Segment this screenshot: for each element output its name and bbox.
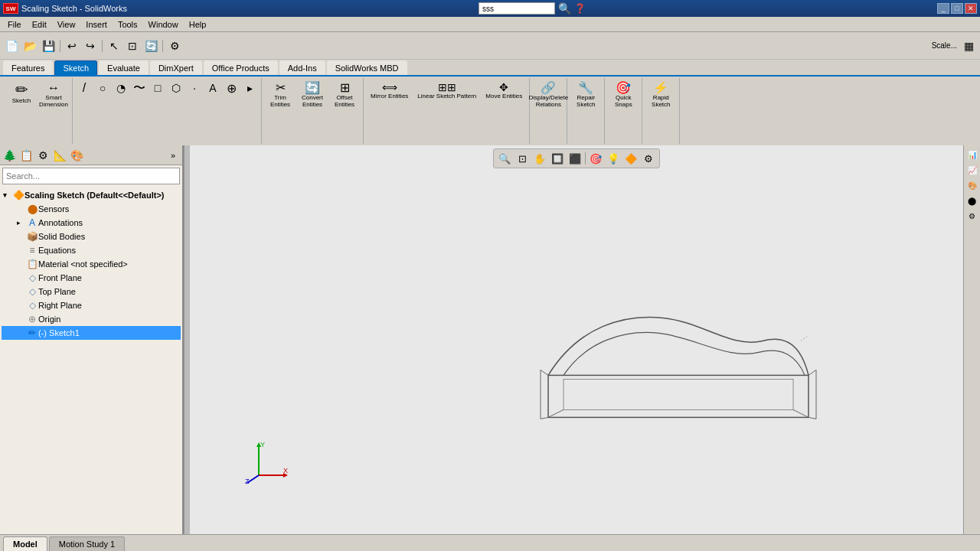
right-color-btn[interactable]: 🎨 xyxy=(965,178,979,192)
tree-top-plane[interactable]: ◇ Top Plane xyxy=(2,285,181,298)
zoom-fit-btn[interactable]: ⊡ xyxy=(124,37,141,54)
centerline-btn[interactable]: ⊕ xyxy=(223,80,240,96)
zoom-in-btn[interactable]: 🔍 xyxy=(497,151,512,166)
motion-study-tab[interactable]: Motion Study 1 xyxy=(49,536,125,551)
rotate-view-btn[interactable]: 🔲 xyxy=(550,151,565,166)
relations-label: Display/DeleteRelations xyxy=(529,95,569,109)
tree-annotations[interactable]: ▸ A Annotations xyxy=(2,216,181,230)
tree-front-plane[interactable]: ◇ Front Plane xyxy=(2,271,181,285)
point-btn[interactable]: · xyxy=(186,80,203,96)
quick-snaps-button[interactable]: 🎯 QuickSnaps xyxy=(608,80,639,142)
trim-entities-button[interactable]: ✂ TrimEntities xyxy=(265,80,296,142)
convert-entities-button[interactable]: 🔄 ConvertEntities xyxy=(297,80,328,142)
tree-root[interactable]: ▾ 🔶 Scaling Sketch (Default<<Default>) xyxy=(2,188,181,202)
tab-addins[interactable]: Add-Ins xyxy=(279,60,325,75)
open-btn[interactable]: 📂 xyxy=(21,37,38,54)
help-icon[interactable]: ❓ xyxy=(574,3,586,14)
right-circle-btn[interactable]: ⬤ xyxy=(965,194,979,207)
search-icon[interactable]: 🔍 xyxy=(558,2,571,15)
rect-btn[interactable]: □ xyxy=(149,80,166,96)
circle-btn[interactable]: ○ xyxy=(94,80,111,96)
display-style-btn[interactable]: 💡 xyxy=(606,151,621,166)
more-btn[interactable]: ▸ xyxy=(241,80,258,96)
svg-line-4 xyxy=(808,370,816,375)
menu-window[interactable]: Window xyxy=(144,18,183,31)
separator1 xyxy=(60,40,60,52)
save-btn[interactable]: 💾 xyxy=(40,37,57,54)
scene-btn[interactable]: ⚙ xyxy=(641,151,656,166)
rapid-group-icons: ⚡ RapidSketch xyxy=(645,80,676,142)
options-btn[interactable]: ⚙ xyxy=(166,37,183,54)
collapse-panel-btn[interactable]: » xyxy=(165,148,181,163)
text-btn[interactable]: A xyxy=(204,80,221,96)
pan-btn[interactable]: ✋ xyxy=(532,151,547,166)
repair-sketch-button[interactable]: 🔧 RepairSketch xyxy=(570,80,601,142)
select-btn[interactable]: ↖ xyxy=(106,37,122,54)
tree-sketch1[interactable]: ✏ (-) Sketch1 xyxy=(2,326,181,340)
viewport-canvas[interactable]: 🔍 ⊡ ✋ 🔲 ⬛ 🎯 💡 🔶 ⚙ xyxy=(190,145,963,534)
display-delete-relations-button[interactable]: 🔗 Display/DeleteRelations xyxy=(533,80,564,142)
menu-file[interactable]: File xyxy=(3,18,26,31)
arc-btn[interactable]: ◔ xyxy=(113,80,129,96)
tree-sensors[interactable]: ⬤ Sensors xyxy=(2,202,181,216)
dim-manager-btn[interactable]: 📐 xyxy=(52,148,67,163)
menu-view[interactable]: View xyxy=(53,18,80,31)
offset-entities-button[interactable]: ⊞ OffsetEntities xyxy=(329,80,360,142)
tree-material[interactable]: 📋 Material <not specified> xyxy=(2,257,181,271)
material-arrow xyxy=(17,260,26,268)
menu-help[interactable]: Help xyxy=(185,18,211,31)
tab-features[interactable]: Features xyxy=(3,60,53,75)
rapid-sketch-button[interactable]: ⚡ RapidSketch xyxy=(645,80,676,142)
zoom-to-fit-btn[interactable]: ⊡ xyxy=(514,151,530,166)
offset-icon: ⊞ xyxy=(340,82,350,94)
panel-resize-handle[interactable] xyxy=(184,145,190,534)
repair-icon: 🔧 xyxy=(578,82,593,94)
maximize-button[interactable]: □ xyxy=(951,3,963,14)
sensors-arrow xyxy=(17,205,26,213)
svg-text:Y: Y xyxy=(260,441,265,448)
tree-solid-bodies[interactable]: 📦 Solid Bodies xyxy=(2,230,181,243)
offset-label: OffsetEntities xyxy=(335,95,354,109)
view-type-btn[interactable]: ▦ xyxy=(960,37,977,54)
tree-equations[interactable]: ≡ Equations xyxy=(2,243,181,257)
tab-evaluate[interactable]: Evaluate xyxy=(99,60,149,75)
material-label: Material <not specified> xyxy=(38,259,179,269)
property-manager-btn[interactable]: 📋 xyxy=(18,148,34,163)
new-btn[interactable]: 📄 xyxy=(3,37,20,54)
tree-right-plane[interactable]: ◇ Right Plane xyxy=(2,298,181,312)
menu-tools[interactable]: Tools xyxy=(113,18,142,31)
polygon-btn[interactable]: ⬡ xyxy=(168,80,185,96)
feature-manager-btn[interactable]: 🌲 xyxy=(2,148,17,163)
tab-sketch[interactable]: Sketch xyxy=(54,60,97,75)
line-btn[interactable]: / xyxy=(76,80,93,96)
tree-origin[interactable]: ⊕ Origin xyxy=(2,312,181,326)
sketch-button[interactable]: ✏ Sketch xyxy=(6,80,37,142)
view-orientation-btn[interactable]: 🎯 xyxy=(588,151,603,166)
menu-insert[interactable]: Insert xyxy=(81,18,112,31)
close-button[interactable]: ✕ xyxy=(965,3,977,14)
minimize-button[interactable]: _ xyxy=(937,3,949,14)
right-graph-btn[interactable]: 📈 xyxy=(965,163,979,177)
redo-btn[interactable]: ↪ xyxy=(82,37,99,54)
tab-mbd[interactable]: SolidWorks MBD xyxy=(327,60,407,75)
spline-btn[interactable]: 〜 xyxy=(131,80,148,96)
right-chart-btn[interactable]: 📊 xyxy=(965,148,979,161)
configuration-btn[interactable]: ⚙ xyxy=(35,148,51,163)
move-entities-button[interactable]: ✥ Move Entities xyxy=(482,80,526,142)
tab-office[interactable]: Office Products xyxy=(204,60,278,75)
tab-dimxpert[interactable]: DimXpert xyxy=(150,60,202,75)
mirror-entities-button[interactable]: ⟺ Mirror Entities xyxy=(367,80,412,142)
smart-dimension-button[interactable]: ↔ SmartDimension xyxy=(38,80,69,142)
global-search-input[interactable] xyxy=(479,2,555,15)
tree-search-input[interactable] xyxy=(2,168,180,184)
menu-edit[interactable]: Edit xyxy=(28,18,51,31)
appearances-btn[interactable]: 🔶 xyxy=(623,151,639,166)
undo-btn[interactable]: ↩ xyxy=(64,37,80,54)
smart-dimension-icon: ↔ xyxy=(47,82,60,94)
linear-pattern-button[interactable]: ⊞⊞ Linear Sketch Pattern xyxy=(413,80,480,142)
model-tab[interactable]: Model xyxy=(3,536,47,551)
appearance-btn[interactable]: 🎨 xyxy=(69,148,84,163)
section-view-btn[interactable]: ⬛ xyxy=(567,151,583,166)
rotate-btn[interactable]: 🔄 xyxy=(142,37,159,54)
right-settings-btn[interactable]: ⚙ xyxy=(965,209,979,223)
